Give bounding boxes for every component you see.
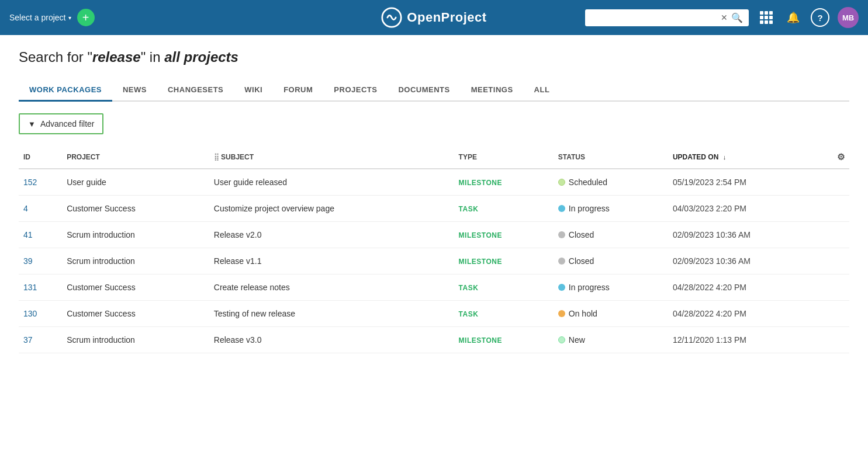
- cell-type: MILESTONE: [454, 327, 554, 353]
- cell-id[interactable]: 4: [19, 196, 62, 222]
- cell-type: MILESTONE: [454, 169, 554, 196]
- cell-subject: Release v1.1: [209, 248, 454, 274]
- cell-id[interactable]: 41: [19, 222, 62, 248]
- avatar[interactable]: MB: [838, 7, 859, 28]
- search-box: ✕ 🔍: [585, 9, 749, 26]
- th-type[interactable]: TYPE: [454, 146, 554, 169]
- cell-type: MILESTONE: [454, 248, 554, 274]
- table-row: 37 Scrum introduction Release v3.0 MILES…: [19, 327, 849, 353]
- cell-status: Closed: [554, 222, 668, 248]
- select-project-button[interactable]: Select a project ▾: [9, 13, 71, 22]
- type-badge: MILESTONE: [459, 231, 502, 239]
- page-content: Search for "release" in all projects WOR…: [0, 35, 868, 367]
- cell-type: TASK: [454, 196, 554, 222]
- table-row: 130 Customer Success Testing of new rele…: [19, 301, 849, 327]
- drag-handle-icon: ⣿: [214, 153, 219, 161]
- cell-id[interactable]: 152: [19, 169, 62, 196]
- status-label: Scheduled: [569, 178, 607, 187]
- status-dot: [558, 310, 565, 317]
- search-input[interactable]: [591, 13, 717, 22]
- logo-text: OpenProject: [407, 10, 486, 25]
- advanced-filter-button[interactable]: ▼ Advanced filter: [19, 113, 103, 134]
- cell-type: TASK: [454, 301, 554, 327]
- filter-bar: ▼ Advanced filter: [19, 113, 849, 134]
- cell-settings: [832, 222, 849, 248]
- status-label: Closed: [569, 230, 594, 239]
- cell-id[interactable]: 131: [19, 274, 62, 301]
- funnel-icon: ▼: [28, 120, 36, 128]
- help-button[interactable]: ?: [811, 8, 829, 27]
- page-title: Search for "release" in all projects: [19, 49, 849, 65]
- th-subject[interactable]: ⣿ SUBJECT: [209, 146, 454, 169]
- search-query: release: [92, 49, 141, 65]
- cell-status: New: [554, 327, 668, 353]
- th-project[interactable]: PROJECT: [62, 146, 209, 169]
- clear-search-button[interactable]: ✕: [721, 13, 728, 22]
- table-row: 131 Customer Success Create release note…: [19, 274, 849, 301]
- cell-id[interactable]: 37: [19, 327, 62, 353]
- table-body: 152 User guide User guide released MILES…: [19, 169, 849, 353]
- notifications-button[interactable]: 🔔: [784, 8, 803, 27]
- tab-wiki[interactable]: WIKI: [234, 79, 273, 102]
- cell-updated-on: 04/28/2022 4:20 PM: [668, 274, 832, 301]
- tab-forum[interactable]: FORUM: [273, 79, 323, 102]
- cell-project: Customer Success: [62, 301, 209, 327]
- type-badge: MILESTONE: [459, 336, 502, 345]
- modules-button[interactable]: [757, 8, 776, 27]
- cell-project: User guide: [62, 169, 209, 196]
- status-dot: [558, 205, 565, 212]
- bell-icon: 🔔: [787, 11, 800, 24]
- cell-subject: Customize project overview page: [209, 196, 454, 222]
- nav-logo: OpenProject: [381, 7, 486, 28]
- tab-documents[interactable]: DOCUMENTS: [388, 79, 460, 102]
- th-status[interactable]: STATUS: [554, 146, 668, 169]
- cell-subject: Release v2.0: [209, 222, 454, 248]
- th-id[interactable]: ID: [19, 146, 62, 169]
- type-badge: TASK: [459, 310, 479, 318]
- status-dot: [558, 336, 565, 343]
- th-settings[interactable]: ⚙: [832, 146, 849, 169]
- cell-type: MILESTONE: [454, 222, 554, 248]
- cell-project: Scrum introduction: [62, 248, 209, 274]
- cell-updated-on: 02/09/2023 10:36 AM: [668, 248, 832, 274]
- tab-work-packages[interactable]: WORK PACKAGES: [19, 79, 112, 102]
- nav-right: ✕ 🔍 🔔 ? MB: [494, 7, 859, 28]
- cell-updated-on: 04/03/2023 2:20 PM: [668, 196, 832, 222]
- tab-meetings[interactable]: MEETINGS: [461, 79, 524, 102]
- type-badge: TASK: [459, 284, 479, 292]
- cell-updated-on: 02/09/2023 10:36 AM: [668, 222, 832, 248]
- tabs-bar: WORK PACKAGES NEWS CHANGESETS WIKI FORUM…: [19, 79, 849, 102]
- search-icon[interactable]: 🔍: [731, 12, 743, 23]
- status-label: On hold: [569, 309, 597, 318]
- cell-status: Scheduled: [554, 169, 668, 196]
- add-button[interactable]: +: [77, 9, 95, 26]
- status-dot: [558, 284, 565, 291]
- advanced-filter-label: Advanced filter: [40, 119, 95, 128]
- cell-type: TASK: [454, 274, 554, 301]
- type-badge: MILESTONE: [459, 258, 502, 266]
- select-project-label: Select a project: [9, 13, 66, 22]
- status-label: In progress: [569, 204, 610, 213]
- nav-left: Select a project ▾ +: [9, 9, 374, 26]
- status-dot: [558, 231, 565, 238]
- type-badge: MILESTONE: [459, 179, 502, 187]
- cell-id[interactable]: 39: [19, 248, 62, 274]
- cell-subject: Testing of new release: [209, 301, 454, 327]
- cell-project: Scrum introduction: [62, 327, 209, 353]
- status-dot: [558, 258, 565, 265]
- tab-news[interactable]: NEWS: [112, 79, 157, 102]
- table-row: 152 User guide User guide released MILES…: [19, 169, 849, 196]
- cell-status: On hold: [554, 301, 668, 327]
- status-label: In progress: [569, 283, 610, 292]
- th-updated-on[interactable]: UPDATED ON ↓: [668, 146, 832, 169]
- table-header: ID PROJECT ⣿ SUBJECT TYPE STATUS UPDATED…: [19, 146, 849, 169]
- cell-project: Scrum introduction: [62, 222, 209, 248]
- cell-id[interactable]: 130: [19, 301, 62, 327]
- cell-subject: Create release notes: [209, 274, 454, 301]
- tab-all[interactable]: ALL: [524, 79, 561, 102]
- cell-settings: [832, 196, 849, 222]
- table-row: 39 Scrum introduction Release v1.1 MILES…: [19, 248, 849, 274]
- cell-updated-on: 05/19/2023 2:54 PM: [668, 169, 832, 196]
- tab-changesets[interactable]: CHANGESETS: [157, 79, 234, 102]
- tab-projects[interactable]: PROJECTS: [323, 79, 388, 102]
